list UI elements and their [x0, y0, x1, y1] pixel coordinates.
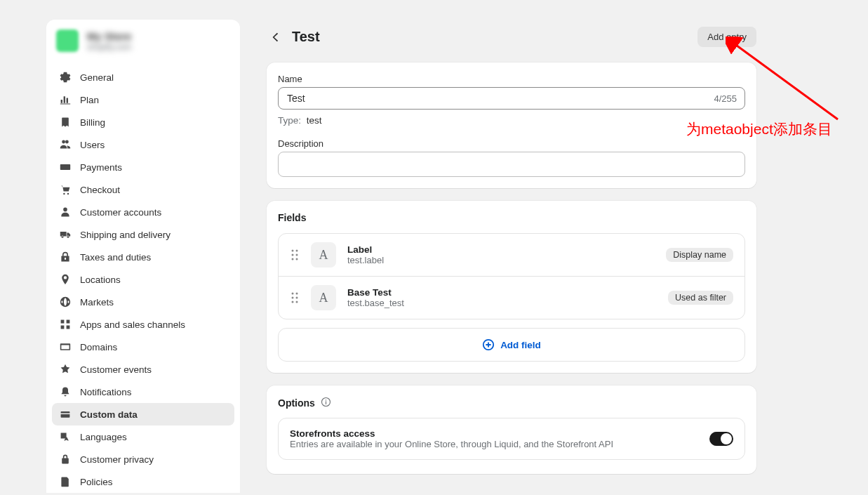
payments-icon — [59, 161, 72, 173]
sidebar-item-label: Locations — [80, 275, 121, 285]
sidebar-item-custom-data[interactable]: Custom data — [52, 403, 234, 425]
svg-point-5 — [296, 258, 298, 260]
definition-card: Name 4/255 Type: test Description — [267, 62, 756, 188]
name-input[interactable] — [278, 87, 745, 110]
sidebar-item-label: Payments — [80, 162, 122, 173]
sidebar-item-label: Apps and sales channels — [80, 319, 185, 330]
sidebar-item-label: Markets — [80, 297, 114, 308]
back-button[interactable] — [267, 28, 285, 46]
options-section-title: Options — [278, 397, 315, 409]
add-entry-button[interactable]: Add entry — [697, 27, 756, 47]
users-icon — [59, 138, 72, 151]
sidebar-item-label: Customer events — [80, 364, 152, 375]
customer-accounts-icon — [59, 206, 72, 218]
page-title: Test — [292, 29, 320, 45]
sidebar-item-label: Shipping and delivery — [80, 230, 171, 240]
sidebar-item-label: Billing — [80, 117, 105, 128]
field-type-icon: A — [311, 285, 336, 310]
svg-point-3 — [296, 254, 298, 256]
markets-icon — [59, 296, 72, 308]
name-counter: 4/255 — [714, 93, 737, 104]
plan-icon — [59, 93, 72, 106]
svg-point-1 — [296, 250, 298, 252]
storefront-access-option: Storefronts access Entries are available… — [278, 418, 745, 460]
languages-icon — [59, 430, 72, 443]
sidebar-item-label: Customer accounts — [80, 207, 161, 218]
drag-handle-icon[interactable] — [290, 292, 300, 303]
sidebar-item-billing[interactable]: Billing — [52, 111, 234, 133]
locations-icon — [59, 273, 72, 286]
policies-icon — [59, 475, 72, 488]
option-title: Storefronts access — [290, 428, 613, 439]
sidebar-item-plan[interactable]: Plan — [52, 88, 234, 111]
field-key: test.base_test — [347, 298, 657, 308]
sidebar-item-domains[interactable]: Domains — [52, 336, 234, 358]
gear-icon — [59, 71, 72, 84]
settings-nav: General Plan Billing Users Payments Chec… — [46, 62, 240, 493]
sidebar-item-label: Plan — [80, 95, 99, 105]
field-type-icon: A — [311, 242, 336, 268]
sidebar-item-users[interactable]: Users — [52, 133, 234, 156]
sidebar-item-customer-privacy[interactable]: Customer privacy — [52, 448, 234, 470]
field-badge: Used as filter — [668, 291, 733, 305]
customer-events-icon — [59, 363, 72, 376]
store-logo — [56, 29, 79, 52]
sidebar-item-customer-events[interactable]: Customer events — [52, 358, 234, 381]
storefront-access-toggle[interactable] — [709, 432, 733, 446]
sidebar-item-label: Customer privacy — [80, 454, 154, 465]
drag-handle-icon[interactable] — [290, 249, 300, 260]
option-description: Entries are available in your Online Sto… — [290, 439, 613, 449]
sidebar-item-label: Notifications — [80, 387, 132, 397]
sidebar-item-taxes[interactable]: Taxes and duties — [52, 246, 234, 268]
name-label: Name — [278, 74, 745, 84]
sidebar-item-label: Custom data — [80, 409, 138, 420]
sidebar-item-checkout[interactable]: Checkout — [52, 178, 234, 201]
taxes-icon — [59, 251, 72, 263]
type-value: test — [307, 115, 322, 126]
svg-point-4 — [292, 258, 294, 260]
store-name: My Store — [87, 30, 131, 42]
checkout-icon — [59, 183, 72, 196]
svg-point-6 — [292, 293, 294, 295]
add-field-label: Add field — [500, 340, 541, 350]
privacy-icon — [59, 453, 72, 466]
sidebar-item-label: Policies — [80, 477, 113, 487]
annotation-text: 为metaobject添加条目 — [686, 119, 832, 139]
sidebar-item-apps[interactable]: Apps and sales channels — [52, 313, 234, 336]
billing-icon — [59, 116, 72, 128]
field-name: Label — [347, 244, 655, 255]
field-key: test.label — [347, 255, 655, 265]
sidebar-item-label: Languages — [80, 432, 127, 442]
svg-point-11 — [296, 301, 298, 303]
add-field-button[interactable]: Add field — [278, 328, 745, 362]
fields-section-title: Fields — [278, 212, 745, 223]
sidebar-item-label: Users — [80, 140, 105, 150]
options-card: Options Storefronts access Entries are a… — [267, 385, 756, 474]
sidebar-item-label: Domains — [80, 342, 117, 352]
svg-point-7 — [296, 293, 298, 295]
sidebar-item-payments[interactable]: Payments — [52, 156, 234, 178]
svg-point-9 — [296, 297, 298, 299]
field-name: Base Test — [347, 287, 657, 298]
sidebar-item-general[interactable]: General — [52, 66, 234, 88]
sidebar-item-notifications[interactable]: Notifications — [52, 381, 234, 403]
sidebar-item-locations[interactable]: Locations — [52, 268, 234, 291]
sidebar-item-languages[interactable]: Languages — [52, 425, 234, 448]
settings-sidebar: My Store shopify.com General Plan Billin… — [46, 20, 240, 493]
apps-icon — [59, 318, 72, 331]
field-row[interactable]: A Base Test test.base_test Used as filte… — [279, 277, 745, 319]
notifications-icon — [59, 385, 72, 398]
sidebar-item-label: General — [80, 72, 114, 83]
description-input[interactable] — [278, 152, 745, 177]
sidebar-item-customer-accounts[interactable]: Customer accounts — [52, 201, 234, 223]
sidebar-item-shipping[interactable]: Shipping and delivery — [52, 223, 234, 246]
field-row[interactable]: A Label test.label Display name — [279, 234, 745, 277]
sidebar-item-policies[interactable]: Policies — [52, 470, 234, 493]
description-label: Description — [278, 138, 745, 149]
store-header[interactable]: My Store shopify.com — [46, 20, 240, 62]
sidebar-item-label: Taxes and duties — [80, 252, 151, 263]
domains-icon — [59, 341, 72, 353]
info-icon[interactable] — [321, 397, 331, 409]
svg-point-8 — [292, 297, 294, 299]
sidebar-item-markets[interactable]: Markets — [52, 291, 234, 313]
